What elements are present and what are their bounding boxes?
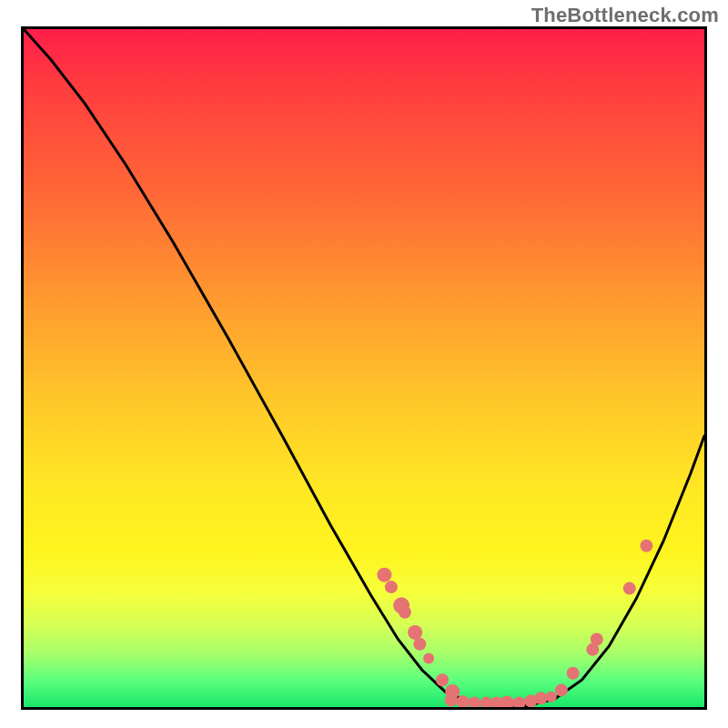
sample-dot <box>555 683 568 696</box>
sample-dot <box>591 633 603 646</box>
chart-frame: TheBottleneck.com <box>0 0 728 728</box>
watermark-text: TheBottleneck.com <box>531 4 719 27</box>
sample-dot <box>385 581 398 593</box>
sample-dot <box>513 697 526 708</box>
sample-dot <box>408 625 422 640</box>
bottleneck-curve <box>24 29 704 706</box>
sample-dot <box>567 667 580 680</box>
sample-dots-group <box>377 540 652 707</box>
sample-dot <box>423 652 434 663</box>
sample-dot <box>623 582 636 595</box>
sample-dot <box>399 606 411 619</box>
plot-area <box>21 26 707 710</box>
sample-dot <box>535 692 548 704</box>
sample-dot <box>500 696 514 708</box>
sample-dot <box>445 694 458 707</box>
sample-dot <box>377 568 391 582</box>
sample-dot <box>640 540 652 552</box>
chart-svg <box>24 29 704 707</box>
sample-dot <box>413 638 426 651</box>
sample-dot <box>546 692 557 703</box>
sample-dot <box>468 697 480 708</box>
sample-dot <box>436 673 449 686</box>
